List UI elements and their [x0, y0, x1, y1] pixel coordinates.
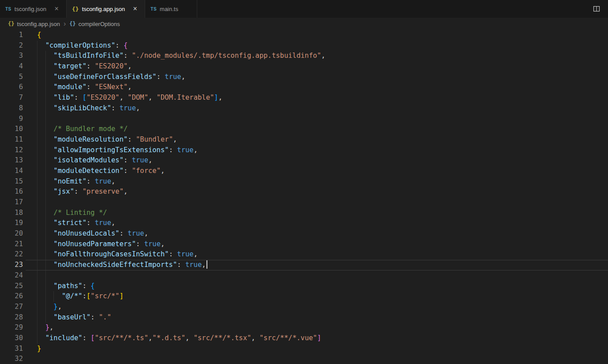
code-token: : — [169, 250, 177, 258]
line-number[interactable]: 1 — [0, 30, 27, 41]
code-text: "target": "ES2020", — [37, 61, 608, 72]
line-number[interactable]: 4 — [0, 61, 27, 72]
line-number[interactable]: 19 — [0, 218, 27, 229]
code-line[interactable]: 23 "noUncheckedSideEffectImports": true, — [0, 260, 608, 270]
code-line[interactable]: 9 — [0, 114, 608, 124]
code-token: "target" — [37, 62, 86, 70]
code-line[interactable]: 1{ — [0, 30, 608, 41]
indent-guide — [37, 270, 38, 281]
code-line[interactable]: 29 }, — [0, 323, 608, 333]
line-number[interactable]: 15 — [0, 176, 27, 187]
code-line[interactable]: 16 "jsx": "preserve", — [0, 187, 608, 197]
code-token: "strict" — [37, 219, 86, 227]
code-line[interactable]: 3 "tsBuildInfoFile": "./node_modules/.tm… — [0, 51, 608, 61]
code-text: "noUncheckedSideEffectImports": true, — [37, 260, 608, 270]
code-line[interactable]: 27 }, — [0, 302, 608, 312]
code-line[interactable]: 17 — [0, 197, 608, 208]
code-token: : — [83, 282, 91, 290]
tab-tsconfig-json[interactable]: TS tsconfig.json × — [0, 0, 67, 18]
code-token: "force" — [132, 167, 161, 175]
line-number[interactable]: 22 — [0, 249, 27, 260]
code-text: "baseUrl": "." — [37, 312, 608, 323]
line-number[interactable]: 20 — [0, 229, 27, 239]
line-number[interactable]: 2 — [0, 41, 27, 51]
line-number[interactable]: 16 — [0, 187, 27, 197]
code-line[interactable]: 5 "useDefineForClassFields": true, — [0, 72, 608, 83]
code-line[interactable]: 22 "noFallthroughCasesInSwitch": true, — [0, 249, 608, 260]
code-line[interactable]: 26 "@/*":["src/*"] — [0, 291, 608, 302]
code-line[interactable]: 11 "moduleResolution": "Bundler", — [0, 135, 608, 145]
line-number[interactable]: 5 — [0, 72, 27, 83]
code-line[interactable]: 4 "target": "ES2020", — [0, 61, 608, 72]
line-number[interactable]: 17 — [0, 197, 27, 208]
code-token: , — [111, 177, 115, 185]
line-number[interactable]: 26 — [0, 291, 27, 302]
line-number[interactable]: 27 — [0, 302, 27, 312]
line-number[interactable]: 29 — [0, 323, 27, 333]
indent-guide — [45, 166, 46, 176]
code-token: "src/*" — [90, 292, 119, 300]
code-line[interactable]: 6 "module": "ESNext", — [0, 82, 608, 93]
code-line[interactable]: 7 "lib": ["ES2020", "DOM", "DOM.Iterable… — [0, 93, 608, 103]
line-number[interactable]: 11 — [0, 135, 27, 145]
line-number[interactable]: 12 — [0, 145, 27, 156]
code-line[interactable]: 2 "compilerOptions": { — [0, 41, 608, 51]
line-number[interactable]: 21 — [0, 239, 27, 250]
code-line[interactable]: 13 "isolatedModules": true, — [0, 155, 608, 166]
split-editor-button[interactable] — [591, 4, 602, 14]
code-line[interactable]: 30 "include": ["src/**/*.ts","*.d.ts", "… — [0, 333, 608, 344]
indent-guide — [45, 260, 46, 270]
line-number[interactable]: 10 — [0, 124, 27, 135]
line-number[interactable]: 3 — [0, 51, 27, 61]
code-line[interactable]: 31} — [0, 344, 608, 354]
line-number[interactable]: 7 — [0, 93, 27, 103]
line-number[interactable]: 30 — [0, 333, 27, 344]
line-number[interactable]: 8 — [0, 103, 27, 114]
tab-tsconfig-app-json[interactable]: {} tsconfig.app.json × — [67, 0, 145, 18]
code-line[interactable]: 15 "noEmit": true, — [0, 176, 608, 187]
code-line[interactable]: 10 /* Bundler mode */ — [0, 124, 608, 135]
line-number[interactable]: 14 — [0, 166, 27, 176]
code-token: : — [86, 219, 95, 227]
line-number[interactable]: 24 — [0, 270, 27, 281]
line-number[interactable]: 18 — [0, 208, 27, 218]
line-number[interactable]: 6 — [0, 82, 27, 93]
indent-guide — [45, 135, 46, 145]
code-line[interactable]: 28 "baseUrl": "." — [0, 312, 608, 323]
code-text — [37, 197, 608, 208]
close-icon[interactable]: × — [52, 4, 61, 13]
code-line[interactable]: 32 — [0, 354, 608, 364]
code-token: /* Bundler mode */ — [37, 125, 128, 133]
code-token: , — [173, 135, 177, 143]
code-token: true — [177, 146, 193, 154]
line-number[interactable]: 13 — [0, 155, 27, 166]
line-number[interactable]: 23 — [0, 260, 27, 270]
tab-main-ts[interactable]: TS main.ts — [145, 0, 197, 18]
code-line[interactable]: 18 /* Linting */ — [0, 208, 608, 218]
code-token: , — [144, 229, 148, 237]
code-line[interactable]: 21 "noUnusedParameters": true, — [0, 239, 608, 250]
code-line[interactable]: 24 — [0, 270, 608, 281]
indent-guide — [45, 229, 46, 239]
code-line[interactable]: 20 "noUnusedLocals": true, — [0, 229, 608, 239]
code-token: true — [144, 240, 161, 248]
code-token: true — [128, 229, 144, 237]
breadcrumb-item-file[interactable]: {} tsconfig.app.json — [8, 21, 60, 27]
code-line[interactable]: 8 "skipLibCheck": true, — [0, 103, 608, 114]
code-token: "moduleResolution" — [37, 135, 128, 143]
line-number[interactable]: 25 — [0, 281, 27, 292]
code-line[interactable]: 19 "strict": true, — [0, 218, 608, 229]
line-number[interactable]: 31 — [0, 344, 27, 354]
code-line[interactable]: 12 "allowImportingTsExtensions": true, — [0, 145, 608, 156]
close-icon[interactable]: × — [131, 4, 139, 13]
code-text: "noUnusedParameters": true, — [37, 239, 608, 250]
code-token — [37, 323, 45, 331]
breadcrumb-item-symbol[interactable]: {} compilerOptions — [69, 21, 120, 27]
line-number[interactable]: 9 — [0, 114, 27, 124]
line-number[interactable]: 32 — [0, 354, 27, 364]
indent-guide — [45, 176, 46, 187]
code-line[interactable]: 14 "moduleDetection": "force", — [0, 166, 608, 176]
code-token: "DOM.Iterable" — [157, 94, 214, 101]
code-line[interactable]: 25 "paths": { — [0, 281, 608, 292]
line-number[interactable]: 28 — [0, 312, 27, 323]
